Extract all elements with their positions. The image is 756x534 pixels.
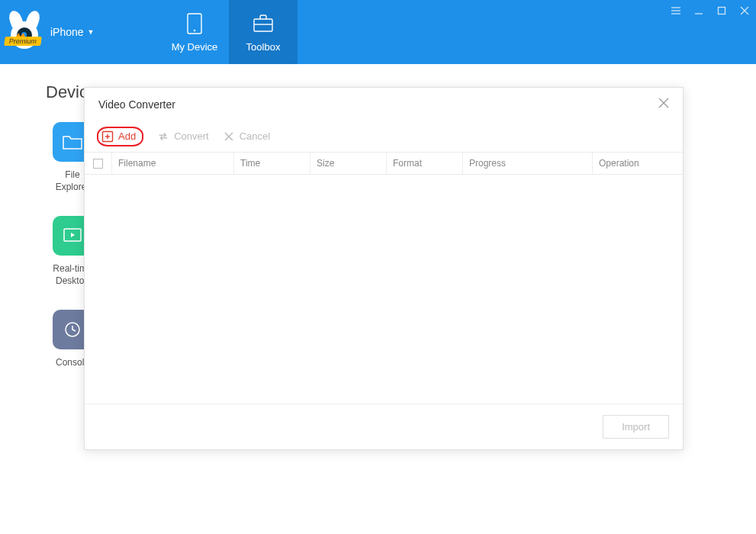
convert-button[interactable]: Convert [157, 130, 209, 143]
device-label: iPhone [50, 26, 84, 38]
window-controls [664, 3, 756, 18]
select-all-cell [85, 153, 112, 174]
plus-icon [101, 130, 114, 143]
device-selector[interactable]: iPhone ▼ [50, 26, 95, 38]
nav-tabs: My Device Toolbox [160, 0, 298, 64]
modal-header: Video Converter [85, 88, 683, 121]
menu-icon[interactable] [669, 6, 683, 15]
tab-label: Toolbox [246, 41, 281, 53]
svg-point-1 [194, 29, 196, 31]
chevron-down-icon: ▼ [88, 28, 95, 36]
select-all-checkbox[interactable] [93, 159, 103, 169]
video-converter-modal: Video Converter Add Convert Cancel [84, 87, 684, 450]
add-label: Add [118, 130, 136, 142]
col-format[interactable]: Format [387, 153, 463, 174]
close-icon[interactable] [738, 6, 751, 15]
tab-label: My Device [172, 41, 218, 53]
modal-toolbar: Add Convert Cancel [85, 121, 683, 152]
table-body [85, 175, 683, 404]
cancel-label: Cancel [240, 130, 270, 142]
add-button[interactable]: Add [97, 127, 143, 146]
tablet-icon [183, 12, 206, 35]
convert-label: Convert [174, 130, 209, 142]
svg-rect-2 [254, 19, 272, 31]
table-header: Filename Time Size Format Progress Opera… [85, 152, 683, 175]
svg-rect-8 [719, 8, 725, 14]
svg-marker-12 [71, 233, 75, 237]
col-filename[interactable]: Filename [112, 153, 234, 174]
col-size[interactable]: Size [310, 153, 387, 174]
tab-toolbox[interactable]: Toolbox [229, 0, 298, 64]
cancel-button[interactable]: Cancel [223, 130, 270, 143]
x-icon [223, 130, 235, 143]
minimize-icon[interactable] [692, 6, 706, 15]
modal-footer: Import [85, 404, 683, 449]
briefcase-icon [252, 12, 275, 35]
close-button[interactable] [658, 98, 669, 111]
logo-area: iPhone ▼ Premium [0, 0, 160, 64]
modal-title: Video Converter [98, 98, 175, 111]
maximize-icon[interactable] [715, 6, 729, 15]
premium-badge: Premium [4, 37, 42, 46]
import-button[interactable]: Import [603, 415, 669, 439]
convert-icon [157, 130, 169, 143]
col-time[interactable]: Time [234, 153, 310, 174]
col-operation[interactable]: Operation [593, 153, 683, 174]
app-header: iPhone ▼ Premium My Device Toolb [0, 0, 756, 64]
tab-my-device[interactable]: My Device [160, 0, 229, 64]
col-progress[interactable]: Progress [463, 153, 593, 174]
